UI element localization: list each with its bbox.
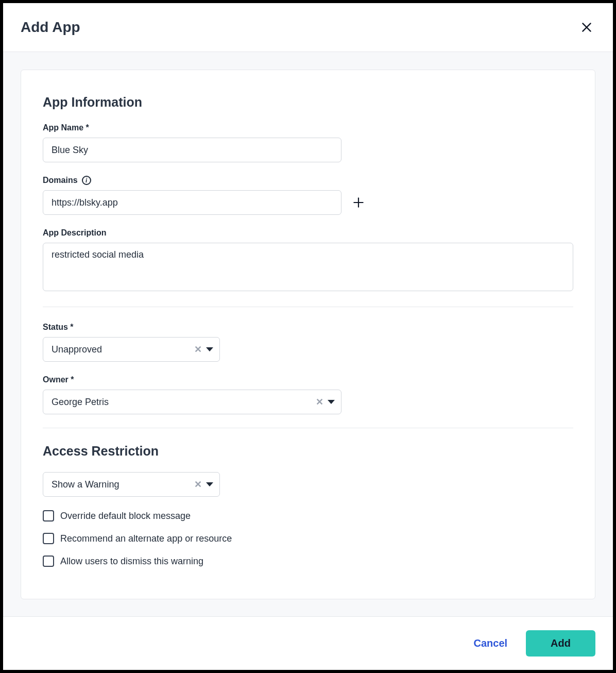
domains-input[interactable] — [43, 190, 341, 215]
domains-field: Domains i — [43, 176, 573, 215]
form-card: App Information App Name * Domains i — [21, 70, 595, 599]
owner-clear-icon[interactable]: ✕ — [316, 396, 323, 408]
chevron-down-icon[interactable] — [328, 400, 335, 404]
recommend-checkbox[interactable] — [43, 533, 54, 544]
override-checkbox[interactable] — [43, 510, 54, 521]
recommend-label: Recommend an alternate app or resource — [60, 533, 232, 544]
description-label: App Description — [43, 228, 573, 238]
dialog-title: Add App — [21, 19, 80, 36]
add-domain-button[interactable] — [352, 196, 365, 209]
status-select[interactable]: Unapproved ✕ — [43, 337, 220, 362]
status-value: Unapproved — [52, 344, 102, 355]
allow-dismiss-checkbox-row: Allow users to dismiss this warning — [43, 556, 573, 567]
restriction-field: Show a Warning ✕ — [43, 472, 573, 497]
allow-dismiss-label: Allow users to dismiss this warning — [60, 556, 203, 567]
recommend-checkbox-row: Recommend an alternate app or resource — [43, 533, 573, 544]
access-restriction-heading: Access Restriction — [43, 444, 573, 459]
app-name-label: App Name * — [43, 123, 573, 132]
domains-label-text: Domains — [43, 176, 78, 185]
cancel-button[interactable]: Cancel — [474, 637, 508, 649]
divider — [43, 428, 573, 428]
app-info-heading: App Information — [43, 95, 573, 110]
restriction-clear-icon[interactable]: ✕ — [194, 479, 202, 490]
add-button[interactable]: Add — [526, 630, 595, 657]
close-button[interactable] — [578, 19, 595, 36]
divider — [43, 307, 573, 307]
owner-field: Owner * George Petris ✕ — [43, 375, 573, 414]
description-field: App Description — [43, 228, 573, 293]
dialog-body: App Information App Name * Domains i — [3, 52, 613, 616]
override-label: Override default block message — [60, 511, 191, 521]
status-field: Status * Unapproved ✕ — [43, 323, 573, 362]
restriction-value: Show a Warning — [52, 479, 119, 490]
chevron-down-icon[interactable] — [206, 482, 213, 486]
chevron-down-icon[interactable] — [206, 347, 213, 351]
dialog-footer: Cancel Add — [3, 616, 613, 670]
close-icon — [580, 21, 593, 34]
owner-value: George Petris — [52, 397, 109, 408]
restriction-select[interactable]: Show a Warning ✕ — [43, 472, 220, 497]
info-icon[interactable]: i — [82, 176, 91, 185]
app-name-field: App Name * — [43, 123, 573, 162]
status-clear-icon[interactable]: ✕ — [194, 344, 202, 355]
owner-select[interactable]: George Petris ✕ — [43, 390, 341, 414]
allow-dismiss-checkbox[interactable] — [43, 556, 54, 567]
app-name-input[interactable] — [43, 138, 341, 162]
owner-label: Owner * — [43, 375, 573, 384]
description-input[interactable] — [43, 243, 573, 291]
override-checkbox-row: Override default block message — [43, 510, 573, 521]
domains-label: Domains i — [43, 176, 573, 185]
dialog-header: Add App — [3, 3, 613, 52]
status-label: Status * — [43, 323, 573, 332]
plus-icon — [352, 196, 365, 209]
